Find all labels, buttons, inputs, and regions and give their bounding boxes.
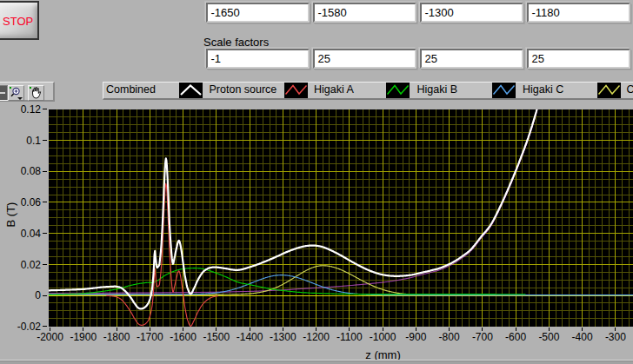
svg-text:-600: -600 (505, 331, 526, 343)
svg-text:-1800: -1800 (103, 331, 130, 343)
svg-text:-1200: -1200 (303, 331, 330, 343)
svg-text:-1600: -1600 (170, 331, 197, 343)
svg-text:-1400: -1400 (237, 331, 263, 343)
svg-text:-800: -800 (439, 331, 460, 343)
svg-text:-900: -900 (405, 331, 426, 343)
svg-text:B (T): B (T) (4, 202, 17, 228)
svg-text:-1500: -1500 (203, 331, 230, 343)
svg-text:0.04: 0.04 (21, 228, 42, 240)
svg-text:-2000: -2000 (37, 331, 63, 343)
svg-text:-1900: -1900 (70, 331, 97, 343)
svg-text:-700: -700 (472, 331, 493, 343)
svg-text:0: 0 (35, 289, 41, 301)
svg-text:-1000: -1000 (370, 331, 396, 343)
svg-text:-1300: -1300 (270, 331, 297, 343)
svg-text:0.08: 0.08 (21, 165, 42, 177)
svg-text:-300: -300 (605, 331, 626, 343)
svg-text:-500: -500 (538, 331, 559, 343)
svg-text:0.02: 0.02 (21, 259, 42, 271)
svg-text:-1100: -1100 (336, 331, 363, 343)
svg-text:0.06: 0.06 (21, 196, 42, 208)
svg-text:0.12: 0.12 (21, 103, 42, 116)
svg-text:0.1: 0.1 (26, 135, 41, 147)
svg-text:-1700: -1700 (137, 331, 163, 343)
svg-text:-400: -400 (572, 331, 593, 343)
